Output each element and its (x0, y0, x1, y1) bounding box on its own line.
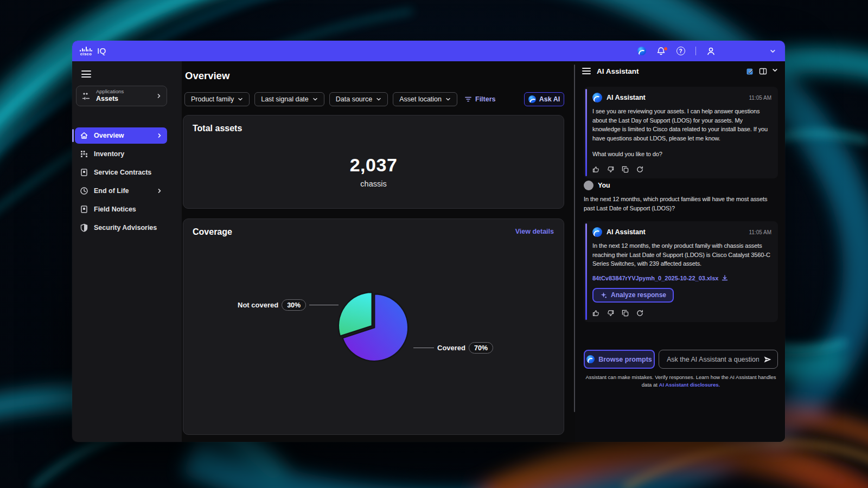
message-sender: AI Assistant (607, 228, 744, 236)
inventory-grid-icon (80, 150, 88, 158)
panel-layout-caret-icon[interactable] (772, 67, 778, 75)
page-title: Overview (185, 70, 229, 82)
shield-icon (80, 223, 88, 232)
filter-last-signal-date[interactable]: Last signal date (254, 92, 324, 106)
ai-message-2: AI Assistant 11:05 AM In the next 12 mon… (584, 221, 778, 322)
filter-data-source[interactable]: Data source (329, 92, 388, 106)
ai-assistant-panel: AI Assistant AI Assistant 11:05 AM I see… (575, 61, 785, 442)
chevron-right-icon (156, 93, 162, 99)
notification-dot (664, 47, 667, 50)
user-avatar (584, 181, 593, 190)
app-switcher-eyebrow: Applications (96, 89, 151, 95)
filters-button[interactable]: Filters (464, 95, 496, 103)
message-text: I see you are reviewing your assets. I c… (592, 107, 771, 143)
ai-panel-header: AI Assistant (575, 61, 785, 81)
ai-message-1: AI Assistant 11:05 AM I see you are revi… (584, 87, 778, 178)
filter-bar: Product family Last signal date Data sou… (184, 92, 496, 106)
chevron-down-icon (376, 97, 381, 102)
total-assets-title: Total assets (193, 124, 242, 133)
thumbs-down-icon[interactable] (607, 166, 614, 173)
browse-prompts-button[interactable]: Browse prompts (584, 350, 655, 369)
ai-question-input-wrap (659, 350, 778, 369)
cisco-logo-icon: cisco (80, 47, 92, 56)
new-chat-compose-icon[interactable] (746, 67, 754, 75)
applications-icon (81, 91, 91, 101)
thumbs-up-icon[interactable] (592, 166, 599, 173)
covered-label: Covered (437, 344, 465, 352)
covered-percent-badge: 70% (469, 342, 493, 354)
panel-layout-icon[interactable] (759, 67, 767, 75)
regenerate-icon[interactable] (636, 166, 643, 173)
account-caret-icon[interactable] (768, 47, 777, 56)
sidebar-item-field-notices[interactable]: Field Notices (75, 201, 167, 217)
leader-line (413, 348, 434, 349)
not-covered-callout: Not covered 30% (238, 299, 339, 311)
sparkle-icon (600, 292, 607, 299)
total-assets-value: 2,037 (183, 155, 564, 176)
user-account-icon[interactable] (706, 47, 716, 56)
send-icon[interactable] (763, 355, 772, 364)
ai-question-input[interactable] (667, 356, 759, 363)
help-icon[interactable]: ? (676, 47, 685, 56)
chevron-right-icon (157, 133, 162, 138)
home-icon (80, 131, 88, 140)
notifications-bell-icon[interactable] (656, 47, 666, 56)
ai-logo-icon (528, 95, 536, 103)
message-sender: You (598, 182, 779, 189)
thumbs-down-icon[interactable] (607, 310, 614, 317)
document-icon (80, 168, 88, 177)
message-text: In the next 12 months, which product fam… (584, 195, 779, 213)
sidebar-menu-icon[interactable] (81, 70, 91, 78)
topbar-icons: ? (637, 41, 777, 61)
sidebar-item-inventory[interactable]: Inventory (75, 146, 167, 162)
coverage-pie-chart[interactable] (333, 285, 414, 368)
ask-ai-button[interactable]: Ask AI (524, 92, 564, 106)
attachment-filename-link[interactable]: 84tCv83847rYVJpymh_0_2025-10-22_03.xlsx (592, 275, 718, 281)
ai-panel-footer: Browse prompts Assistant can make mistak… (584, 350, 778, 389)
ai-assistant-icon[interactable] (637, 47, 646, 56)
message-time: 11:05 AM (749, 95, 771, 101)
chevron-down-icon (238, 97, 243, 102)
coverage-title: Coverage (193, 227, 232, 237)
disclosures-link[interactable]: AI Assistant disclosures. (659, 382, 720, 388)
document-icon (80, 205, 88, 214)
ai-panel-menu-icon[interactable] (582, 68, 591, 74)
sidebar: Applications Assets Overview Inventory S… (72, 61, 182, 442)
sidebar-nav: Overview Inventory Service Contracts End… (75, 127, 167, 236)
product-name: IQ (97, 46, 106, 56)
sidebar-item-service-contracts[interactable]: Service Contracts (75, 164, 167, 181)
chevron-right-icon (157, 188, 162, 194)
user-message: You In the next 12 months, which product… (584, 181, 779, 213)
topbar-divider (695, 47, 696, 55)
download-icon[interactable] (722, 275, 728, 281)
message-time: 11:05 AM (749, 229, 771, 235)
brand: cisco IQ (80, 46, 106, 56)
ai-logo-icon (586, 355, 595, 363)
not-covered-label: Not covered (238, 301, 278, 309)
ai-avatar (592, 93, 602, 102)
sidebar-item-security-advisories[interactable]: Security Advisories (75, 220, 167, 236)
filter-product-family[interactable]: Product family (184, 92, 250, 106)
main-content: Overview Product family Last signal date… (182, 61, 575, 442)
copy-icon[interactable] (622, 166, 629, 173)
panel-scrollbar[interactable] (574, 65, 575, 412)
message-text: What would you like to do? (592, 150, 771, 159)
view-details-link[interactable]: View details (515, 228, 554, 235)
chevron-down-icon (445, 97, 451, 102)
copy-icon[interactable] (622, 310, 629, 317)
regenerate-icon[interactable] (636, 310, 643, 317)
covered-callout: Covered 70% (413, 342, 493, 354)
leader-line (309, 305, 339, 306)
app-topbar: cisco IQ ? (72, 41, 785, 61)
ai-avatar (592, 227, 602, 237)
thumbs-up-icon[interactable] (592, 310, 599, 317)
filter-asset-location[interactable]: Asset location (393, 92, 457, 106)
sidebar-item-end-of-life[interactable]: End of Life (75, 183, 167, 199)
analyze-response-button[interactable]: Analyze response (592, 288, 674, 303)
message-text: In the next 12 months, the only product … (592, 241, 771, 268)
sidebar-item-overview[interactable]: Overview (75, 127, 167, 144)
app-switcher-assets[interactable]: Applications Assets (76, 86, 167, 106)
ai-disclaimer: Assistant can make mistakes. Verify resp… (584, 374, 778, 389)
attachment-link-row[interactable]: 84tCv83847rYVJpymh_0_2025-10-22_03.xlsx (592, 275, 771, 281)
app-switcher-label: Assets (96, 95, 151, 102)
